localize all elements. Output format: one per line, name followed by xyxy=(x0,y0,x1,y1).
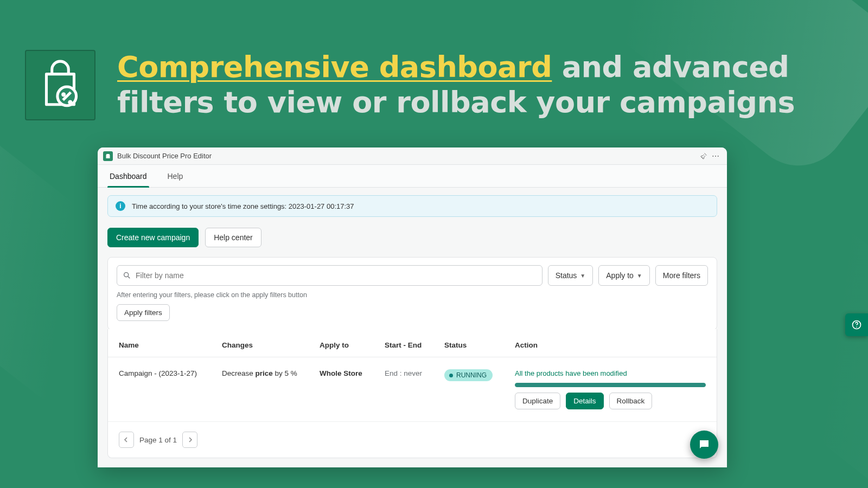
cell-name: Campaign - (2023-1-27) xyxy=(119,369,222,377)
rollback-button[interactable]: Rollback xyxy=(609,393,653,409)
cell-start-end: End : never xyxy=(385,369,444,377)
col-changes: Changes xyxy=(222,341,320,349)
cell-apply-to: Whole Store xyxy=(320,369,385,377)
more-icon[interactable]: ⋯ xyxy=(710,150,722,162)
table-row: Campaign - (2023-1-27) Decrease price by… xyxy=(108,357,717,422)
create-campaign-button[interactable]: Create new campaign xyxy=(107,228,199,247)
col-name: Name xyxy=(119,341,222,349)
status-badge: RUNNING xyxy=(444,369,493,381)
details-button[interactable]: Details xyxy=(566,393,603,409)
title-bar: Bulk Discount Price Pro Editor ⋯ xyxy=(98,147,727,165)
action-message: All the products have been modified xyxy=(515,369,706,377)
info-icon: i xyxy=(116,201,125,211)
col-start-end: Start - End xyxy=(385,341,444,349)
chat-button[interactable] xyxy=(690,431,718,459)
tab-help[interactable]: Help xyxy=(165,165,186,187)
caret-down-icon: ▼ xyxy=(580,273,585,279)
apply-to-filter[interactable]: Apply to▼ xyxy=(598,265,650,286)
apply-filters-button[interactable]: Apply filters xyxy=(117,304,170,321)
col-apply-to: Apply to xyxy=(320,341,385,349)
hero-headline: Comprehensive dashboard and advanced fil… xyxy=(117,50,835,120)
col-status: Status xyxy=(444,341,515,349)
app-icon xyxy=(103,151,113,161)
app-window: Bulk Discount Price Pro Editor ⋯ Dashboa… xyxy=(98,147,727,467)
search-input-wrap[interactable] xyxy=(117,265,542,286)
cell-status: RUNNING xyxy=(444,369,515,381)
chevron-right-icon xyxy=(187,437,193,442)
chat-icon xyxy=(698,438,711,451)
progress-bar xyxy=(515,383,706,387)
prev-page-button[interactable] xyxy=(119,432,134,448)
col-action: Action xyxy=(515,341,706,349)
svg-point-2 xyxy=(124,273,129,277)
cell-changes: Decrease price by 5 % xyxy=(222,369,320,377)
page-label: Page 1 of 1 xyxy=(139,436,177,444)
app-title: Bulk Discount Price Pro Editor xyxy=(117,152,212,160)
next-page-button[interactable] xyxy=(182,432,197,448)
app-logo xyxy=(25,50,95,120)
duplicate-button[interactable]: Duplicate xyxy=(515,393,560,409)
question-icon xyxy=(851,319,862,330)
svg-point-5 xyxy=(856,326,857,328)
caret-down-icon: ▼ xyxy=(637,273,642,279)
help-center-button[interactable]: Help center xyxy=(205,228,261,247)
svg-line-3 xyxy=(128,277,130,278)
filter-hint: After entering your filters, please clic… xyxy=(117,291,708,299)
search-input[interactable] xyxy=(136,271,537,280)
cell-action: All the products have been modified Dupl… xyxy=(515,369,706,409)
pagination: Page 1 of 1 xyxy=(108,422,717,458)
search-icon xyxy=(123,271,131,280)
status-filter[interactable]: Status▼ xyxy=(548,265,593,286)
pin-icon[interactable] xyxy=(698,150,710,162)
filters-panel: Status▼ Apply to▼ More filters After ent… xyxy=(107,257,717,330)
chevron-left-icon xyxy=(124,437,129,442)
timezone-banner: i Time according to your store's time zo… xyxy=(107,195,717,217)
tab-dashboard[interactable]: Dashboard xyxy=(107,165,149,187)
campaigns-table: Name Changes Apply to Start - End Status… xyxy=(107,329,717,458)
side-help-tab[interactable] xyxy=(845,313,868,336)
more-filters-button[interactable]: More filters xyxy=(655,265,708,286)
